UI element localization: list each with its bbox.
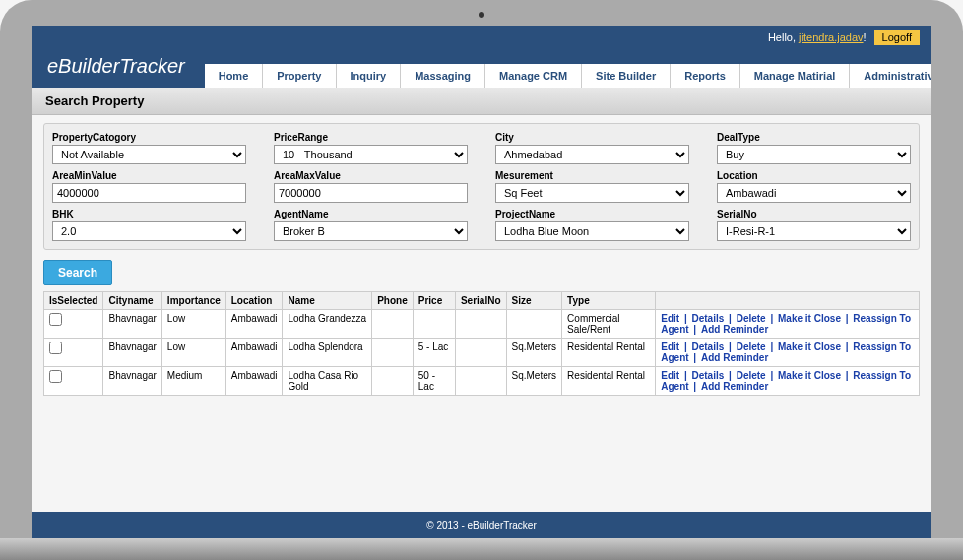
nav-tab-administrative[interactable]: Administrative [850,64,931,88]
action-edit[interactable]: Edit [661,342,679,352]
location-label: Location [717,170,911,181]
city-select[interactable]: Ahmedabad [495,145,689,164]
logoff-button[interactable]: Logoff [874,30,920,45]
search-form: PropertyCatogory Not Available PriceRang… [43,123,920,250]
cell-serial [455,339,506,367]
column-header: Importance [161,292,225,310]
row-checkbox[interactable] [49,342,62,354]
cell-importance: Low [161,339,225,367]
hello-text: Hello, jitendra.jadav! [768,31,867,43]
action-edit[interactable]: Edit [661,313,679,324]
cell-location: Ambawadi [225,339,283,367]
column-header: Size [506,292,562,310]
action-add-reminder[interactable]: Add Reminder [701,324,768,335]
cell-phone [372,310,414,339]
cell-name: Lodha Grandezza [283,310,372,339]
action-details[interactable]: Details [692,370,725,381]
cell-serial [455,367,506,396]
location-select[interactable]: Ambawadi [717,183,911,203]
table-row: BhavnagarLowAmbawadiLodha GrandezzaComme… [44,310,920,339]
nav-tab-property[interactable]: Property [263,64,336,88]
cell-type: Residental Rental [562,339,656,367]
action-make-it-close[interactable]: Make it Close [778,313,841,324]
property-category-label: PropertyCatogory [52,132,246,143]
action-delete[interactable]: Delete [737,370,766,381]
column-header: Name [283,292,372,310]
measurement-label: Mesurement [495,170,689,181]
action-delete[interactable]: Delete [737,313,766,324]
actions-cell: Edit | Details | Delete | Make it Close … [656,367,920,396]
main-nav: HomePropertyInquiryMassagingManage CRMSi… [205,64,931,88]
search-button[interactable]: Search [43,260,112,285]
project-name-label: ProjectName [495,209,689,219]
action-make-it-close[interactable]: Make it Close [778,370,841,381]
row-checkbox[interactable] [49,370,62,383]
agent-name-label: AgentName [274,209,468,219]
action-details[interactable]: Details [692,342,725,352]
cell-size: Sq.Meters [506,367,562,396]
header-main: eBuilderTracker HomePropertyInquiryMassa… [32,49,931,88]
nav-tab-reports[interactable]: Reports [671,64,740,88]
column-header: IsSelected [44,292,103,310]
column-header: SerialNo [455,292,506,310]
price-range-label: PriceRange [274,132,468,143]
actions-cell: Edit | Details | Delete | Make it Close … [656,310,920,339]
page-title: Search Property [32,88,931,115]
column-header: Phone [372,292,414,310]
nav-tab-site-builder[interactable]: Site Builder [582,64,671,88]
cell-price [413,310,455,339]
username-link[interactable]: jitendra.jadav [799,31,863,43]
area-min-input[interactable] [52,183,246,203]
cell-type: Commercial Sale/Rent [562,310,656,339]
nav-tab-home[interactable]: Home [205,64,264,88]
app-logo: eBuilderTracker [43,49,205,88]
bhk-label: BHK [52,209,246,219]
table-row: BhavnagarMediumAmbawadiLodha Casa Rio Go… [44,367,920,396]
property-category-select[interactable]: Not Available [52,145,246,164]
footer: © 2013 - eBuilderTracker [32,512,931,538]
actions-cell: Edit | Details | Delete | Make it Close … [656,339,920,367]
cell-location: Ambawadi [225,367,283,396]
row-checkbox[interactable] [49,313,62,326]
nav-tab-manage-matirial[interactable]: Manage Matirial [740,64,851,88]
header-topbar: Hello, jitendra.jadav! Logoff [32,26,931,49]
agent-name-select[interactable]: Broker B [274,221,468,241]
deal-type-label: DealType [717,132,911,143]
nav-tab-inquiry[interactable]: Inquiry [337,64,402,88]
nav-tab-manage-crm[interactable]: Manage CRM [485,64,582,88]
cell-size [506,310,562,339]
column-header [656,292,920,310]
cell-name: Lodha Casa Rio Gold [283,367,372,396]
cell-size: Sq.Meters [506,339,562,367]
cell-city: Bhavnagar [103,310,161,339]
serial-no-select[interactable]: I-Resi-R-1 [717,221,911,241]
price-range-select[interactable]: 10 - Thousand [274,145,468,164]
action-add-reminder[interactable]: Add Reminder [701,381,768,392]
action-edit[interactable]: Edit [661,370,679,381]
cell-price: 5 - Lac [413,339,455,367]
area-max-label: AreaMaxValue [274,170,468,181]
cell-name: Lodha Splendora [283,339,372,367]
column-header: Cityname [103,292,161,310]
content-area: PropertyCatogory Not Available PriceRang… [32,115,931,512]
table-row: BhavnagarLowAmbawadiLodha Splendora5 - L… [44,339,920,367]
area-min-label: AreaMinValue [52,170,246,181]
action-details[interactable]: Details [692,313,725,324]
city-label: City [495,132,689,143]
column-header: Type [562,292,656,310]
cell-serial [455,310,506,339]
measurement-select[interactable]: Sq Feet [495,183,689,203]
project-name-select[interactable]: Lodha Blue Moon [495,221,689,241]
column-header: Price [413,292,455,310]
nav-tab-massaging[interactable]: Massaging [401,64,485,88]
deal-type-select[interactable]: Buy [717,145,911,164]
action-make-it-close[interactable]: Make it Close [778,342,841,352]
cell-importance: Low [161,310,225,339]
cell-phone [372,339,414,367]
area-max-input[interactable] [274,183,468,203]
bhk-select[interactable]: 2.0 [52,221,246,241]
cell-price: 50 - Lac [413,367,455,396]
action-delete[interactable]: Delete [737,342,766,352]
cell-city: Bhavnagar [103,339,161,367]
action-add-reminder[interactable]: Add Reminder [701,352,768,363]
